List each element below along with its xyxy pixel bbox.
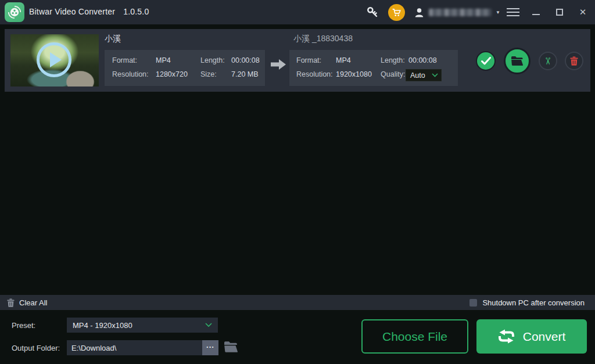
folder-icon	[224, 341, 238, 352]
output-resolution-label: Resolution:	[296, 70, 333, 78]
open-folder-button[interactable]	[224, 341, 238, 355]
preset-label: Preset:	[12, 321, 35, 330]
clear-all-button[interactable]: Clear All	[7, 298, 47, 307]
minimize-button[interactable]	[526, 0, 546, 24]
delete-file-button[interactable]	[565, 52, 583, 70]
app-title-text: Bitwar Video Converter	[29, 7, 115, 16]
film-reel-icon	[8, 5, 21, 19]
choose-file-button[interactable]: Choose File	[361, 319, 468, 354]
conversion-arrow-icon	[271, 59, 286, 72]
status-done-button[interactable]	[476, 51, 496, 71]
trim-button[interactable]: ✂	[539, 52, 557, 70]
output-resolution-value: 1920x1080	[336, 70, 372, 78]
output-format-label: Format:	[296, 56, 321, 64]
app-logo	[5, 2, 24, 22]
output-length-label: Length:	[381, 56, 405, 64]
convert-button[interactable]: Convert	[476, 319, 587, 354]
app-window: Bitwar Video Converter 1.0.5.0 ▼	[0, 0, 595, 364]
account-caret-icon: ▼	[496, 10, 500, 15]
chevron-down-icon	[432, 73, 438, 77]
clear-all-label: Clear All	[19, 298, 47, 307]
open-output-folder-button[interactable]	[504, 48, 531, 74]
quality-dropdown[interactable]: Auto	[406, 69, 442, 81]
license-key-button[interactable]	[364, 0, 381, 24]
video-thumbnail[interactable]	[10, 34, 99, 87]
source-file-name: 小溪	[105, 34, 121, 44]
source-resolution-label: Resolution:	[112, 70, 149, 78]
folder-icon	[511, 56, 524, 66]
store-button[interactable]	[388, 4, 405, 21]
maximize-button[interactable]	[550, 0, 569, 24]
shutdown-checkbox[interactable]	[469, 299, 477, 307]
hamburger-icon	[507, 8, 519, 9]
minimize-icon	[532, 14, 540, 15]
preset-value: MP4 - 1920x1080	[73, 321, 132, 330]
output-length-value: 00:00:08	[408, 56, 437, 64]
source-resolution-value: 1280x720	[156, 70, 188, 78]
output-file-name: 小溪 _18830438	[293, 34, 353, 44]
file-list-item: 小溪 小溪 _18830438 Format: MP4 Length: 00:0…	[5, 29, 590, 92]
play-button[interactable]	[37, 42, 71, 77]
output-folder-field: ...	[67, 340, 218, 355]
scissors-icon: ✂	[542, 57, 554, 65]
close-icon: ✕	[579, 7, 587, 17]
source-size-value: 7.20 MB	[231, 70, 259, 78]
output-folder-input[interactable]	[67, 340, 202, 355]
maximize-icon	[556, 9, 563, 16]
checkmark-icon	[481, 57, 491, 65]
shutdown-label: Shutdown PC after conversion	[482, 298, 585, 307]
convert-label: Convert	[523, 330, 566, 344]
convert-swap-icon	[498, 329, 515, 344]
source-length-label: Length:	[200, 56, 225, 64]
main-menu-button[interactable]	[503, 0, 523, 24]
close-button[interactable]: ✕	[573, 0, 593, 24]
output-quality-label: Quality:	[381, 70, 405, 78]
quality-value: Auto	[410, 71, 425, 80]
app-title: Bitwar Video Converter 1.0.5.0	[29, 7, 149, 16]
trash-icon	[570, 56, 578, 66]
account-menu[interactable]: ▼	[414, 0, 500, 24]
cart-icon	[392, 8, 402, 17]
play-icon	[50, 52, 62, 67]
output-info-panel: Format: MP4 Length: 00:00:08 Resolution:…	[289, 50, 458, 86]
source-format-value: MP4	[156, 56, 171, 64]
user-name-blurred	[429, 9, 492, 16]
preset-dropdown[interactable]: MP4 - 1920x1080	[67, 318, 218, 333]
shutdown-option[interactable]: Shutdown PC after conversion	[469, 298, 585, 307]
browse-button[interactable]: ...	[202, 340, 218, 355]
source-format-label: Format:	[112, 56, 137, 64]
source-size-label: Size:	[200, 70, 217, 78]
titlebar: Bitwar Video Converter 1.0.5.0 ▼	[0, 0, 595, 24]
output-format-value: MP4	[336, 56, 351, 64]
status-bar: Clear All Shutdown PC after conversion	[0, 295, 595, 310]
chevron-down-icon	[205, 323, 212, 327]
key-icon	[366, 6, 379, 19]
app-version: 1.0.5.0	[123, 7, 149, 16]
output-folder-label: Output Folder:	[12, 344, 60, 352]
user-icon	[414, 7, 425, 18]
source-info-panel: Format: MP4 Length: 00:00:08 Resolution:…	[105, 50, 265, 86]
source-length-value: 00:00:08	[231, 56, 260, 64]
clear-all-trash-icon	[7, 298, 15, 307]
